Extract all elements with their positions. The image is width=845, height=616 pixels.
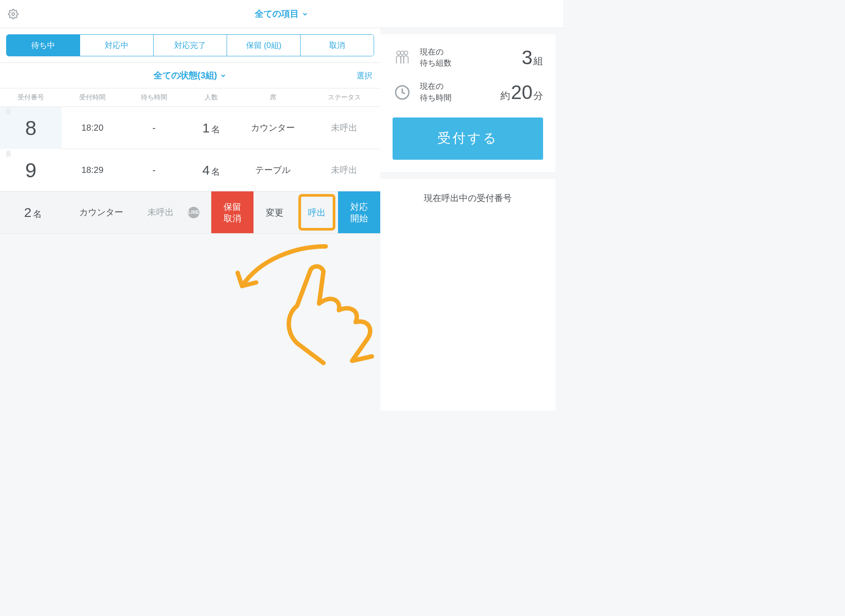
bookmark-icon <box>4 107 12 117</box>
col-receipt-number: 受付番号 <box>0 93 62 102</box>
stat-value: 約20分 <box>500 81 543 103</box>
tab-done[interactable]: 対応完了 <box>154 35 227 56</box>
tab-in-progress[interactable]: 対応中 <box>80 35 154 56</box>
queue-row[interactable]: 8 18:20 - 1名 カウンター 未呼出 <box>0 107 380 149</box>
queue-row-expanded: 2名 カウンター 未呼出 LINE 保留 取消 変更 呼出 対応 開始 <box>0 191 380 234</box>
line-indicator: LINE <box>185 207 202 218</box>
call-button[interactable]: 呼出 <box>296 191 338 233</box>
summary-panel: 現在の 待ち組数 3組 現在の 待ち時間 約20分 受付する <box>380 28 563 411</box>
stat-waiting-time: 現在の 待ち時間 約20分 <box>393 81 543 103</box>
svg-point-0 <box>12 13 15 15</box>
col-status: ステータス <box>308 93 380 102</box>
cell-seat: カウンター <box>66 206 136 218</box>
queue-row[interactable]: 9 18:29 - 4名 テーブル 未呼出 <box>0 149 380 191</box>
now-calling-title: 現在呼出中の受付番号 <box>380 192 555 204</box>
stat-label: 現在の 待ち組数 <box>420 47 452 69</box>
app-header: 全ての項目 <box>0 0 563 28</box>
chevron-down-icon <box>301 11 309 18</box>
change-button[interactable]: 変更 <box>254 191 296 233</box>
stats-card: 現在の 待ち組数 3組 現在の 待ち時間 約20分 受付する <box>380 34 555 172</box>
tab-label: 待ち中 <box>31 41 55 50</box>
header-title-label: 全ての項目 <box>255 8 299 20</box>
tab-label: 取消 <box>329 41 345 50</box>
cell-time: 18:29 <box>62 165 123 175</box>
col-seat: 席 <box>238 93 308 102</box>
queue-row-expanded-info: 2名 カウンター 未呼出 LINE <box>0 191 211 233</box>
tab-label: 対応中 <box>105 41 129 50</box>
tab-waiting[interactable]: 待ち中 <box>7 35 80 56</box>
cell-seat: テーブル <box>238 164 308 176</box>
cell-party: 2名 <box>0 205 66 220</box>
settings-button[interactable] <box>0 0 26 28</box>
gear-icon <box>8 9 18 19</box>
header-title-dropdown[interactable]: 全ての項目 <box>0 8 563 20</box>
register-button-label: 受付する <box>437 129 498 147</box>
stat-waiting-groups: 現在の 待ち組数 3組 <box>393 47 543 69</box>
now-calling-card: 現在呼出中の受付番号 <box>380 179 555 411</box>
cell-party: 1名 <box>185 121 238 136</box>
col-receipt-time: 受付時間 <box>62 93 123 102</box>
svg-point-3 <box>404 51 408 55</box>
people-icon <box>393 49 412 66</box>
cell-status: 未呼出 <box>308 164 380 176</box>
state-filter[interactable]: 全ての状態(3組) 選択 <box>0 63 380 88</box>
tab-cancelled[interactable]: 取消 <box>301 35 374 56</box>
chevron-down-icon <box>220 72 227 79</box>
clock-icon <box>393 84 412 100</box>
stat-value: 3組 <box>522 47 543 69</box>
line-icon: LINE <box>188 207 199 218</box>
bookmark-icon <box>4 149 12 159</box>
cell-party: 4名 <box>185 163 238 178</box>
cell-status: 未呼出 <box>136 206 185 218</box>
hold-cancel-button[interactable]: 保留 取消 <box>211 191 254 233</box>
register-button[interactable]: 受付する <box>393 117 543 160</box>
cell-wait: - <box>123 122 185 134</box>
cell-time: 18:20 <box>62 123 123 133</box>
column-headers: 受付番号 受付時間 待ち時間 人数 席 ステータス <box>0 88 380 107</box>
highlight-ring <box>298 194 335 231</box>
col-party-size: 人数 <box>185 93 238 102</box>
cell-status: 未呼出 <box>308 122 380 134</box>
tab-label: 対応完了 <box>174 41 206 50</box>
status-tabs: 待ち中 対応中 対応完了 保留 (0組) 取消 <box>6 34 374 56</box>
tab-hold[interactable]: 保留 (0組) <box>227 35 301 56</box>
stat-label: 現在の 待ち時間 <box>420 81 452 103</box>
start-service-button[interactable]: 対応 開始 <box>338 191 380 233</box>
svg-point-2 <box>400 51 404 55</box>
state-filter-label: 全ての状態(3組) <box>154 70 217 81</box>
col-wait-time: 待ち時間 <box>123 93 185 102</box>
queue-panel: 待ち中 対応中 対応完了 保留 (0組) 取消 全ての状態(3組) 選択 受付番… <box>0 28 380 411</box>
cell-seat: カウンター <box>238 122 308 134</box>
tab-label: 保留 (0組) <box>246 41 282 50</box>
row-action-buttons: 保留 取消 変更 呼出 対応 開始 <box>211 191 380 233</box>
status-tabs-wrap: 待ち中 対応中 対応完了 保留 (0組) 取消 <box>0 28 380 63</box>
select-button[interactable]: 選択 <box>356 70 372 81</box>
cell-wait: - <box>123 165 185 176</box>
svg-point-1 <box>397 51 400 55</box>
